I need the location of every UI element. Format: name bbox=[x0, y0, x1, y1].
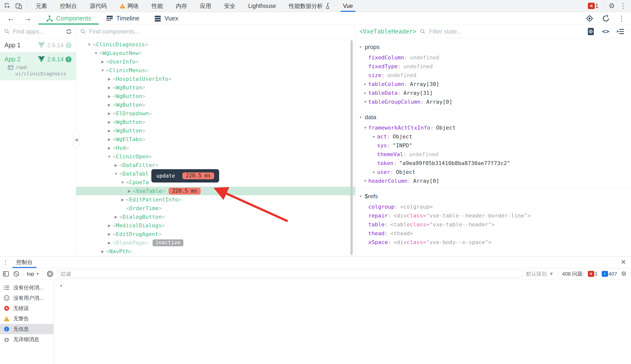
expanded-arrow-icon[interactable]: ▼ bbox=[99, 68, 106, 72]
state-entry-tableGroupColumn[interactable]: ▼tableGroupColumn:Array[0] bbox=[356, 97, 631, 106]
collapsed-arrow-icon[interactable]: ▶ bbox=[106, 128, 113, 133]
tree-row-WgLayoutNew[interactable]: ▼<WgLayoutNew> bbox=[76, 49, 355, 58]
forward-arrow-icon[interactable]: → bbox=[24, 14, 32, 23]
collapsed-arrow-icon[interactable]: ▶ bbox=[362, 91, 368, 95]
devtools-tab-源代码[interactable]: 源代码 bbox=[83, 0, 113, 12]
drawer-kebab-menu-icon[interactable]: ⋮ bbox=[0, 259, 12, 265]
collapsed-arrow-icon[interactable]: ▶ bbox=[106, 240, 113, 245]
state-entry-user[interactable]: ▶user:Object bbox=[356, 168, 631, 176]
collapsed-arrow-icon[interactable]: ▶ bbox=[371, 170, 377, 174]
vue-tab-vuex[interactable]: Vuex bbox=[147, 12, 186, 25]
collapsed-arrow-icon[interactable]: ▶ bbox=[106, 94, 113, 98]
collapsed-arrow-icon[interactable]: ▶ bbox=[113, 215, 119, 219]
tree-row-OrderTime[interactable]: <OrderTime> bbox=[76, 204, 355, 212]
collapsed-arrow-icon[interactable]: ▶ bbox=[106, 146, 113, 150]
kebab-menu-icon[interactable]: ⋮ bbox=[620, 2, 626, 9]
collapsed-arrow-icon[interactable]: ▶ bbox=[113, 163, 119, 168]
back-arrow-icon[interactable]: ← bbox=[7, 14, 15, 23]
tree-row-WgButton[interactable]: ▶<WgButton> bbox=[76, 126, 355, 135]
devtools-tab-控制台[interactable]: 控制台 bbox=[54, 0, 83, 12]
state-entry-tableColumn[interactable]: ▶tableColumn:Array[30] bbox=[356, 80, 631, 88]
devtools-tab-元素[interactable]: 元素 bbox=[29, 0, 54, 12]
state-entry-token[interactable]: token:"a9ea99f05b31410b8ba8730ae77f73c2" bbox=[356, 158, 631, 168]
eye-create-live-expression-icon[interactable] bbox=[46, 270, 54, 278]
tree-row-DialogButton[interactable]: ▶<DialogButton> bbox=[76, 212, 355, 221]
settings-gear-icon[interactable]: ⚙ bbox=[608, 2, 615, 9]
kebab-menu-icon[interactable]: ⋮ bbox=[618, 15, 625, 22]
app-item-2[interactable]: App 22.6.14!/opd- ui/clinicDiagnosis bbox=[0, 52, 76, 80]
expanded-arrow-icon[interactable]: ▼ bbox=[362, 126, 368, 130]
tree-row-ClinicMenus[interactable]: ▼<ClinicMenus> bbox=[76, 66, 355, 74]
refresh-apps-icon[interactable] bbox=[66, 28, 72, 35]
collapsed-arrow-icon[interactable]: ▶ bbox=[119, 198, 126, 202]
collapse-sidebar-handle[interactable]: ◀ bbox=[73, 132, 79, 148]
state-entry-sys[interactable]: sys:"INPD" bbox=[356, 141, 631, 150]
tree-row-DataFilter[interactable]: ▶<DataFilter> bbox=[76, 161, 355, 170]
tree-row-EditPatientInfo[interactable]: ▶<EditPatientInfo> bbox=[76, 195, 355, 204]
console-tab[interactable]: 控制台 bbox=[12, 256, 37, 268]
expanded-arrow-icon[interactable]: ▼ bbox=[93, 51, 99, 55]
section-header-props[interactable]: ▼props bbox=[356, 40, 631, 53]
tree-row-BlankPage[interactable]: ▶<BlankPage>inactive bbox=[76, 238, 355, 247]
app-item-1[interactable]: App 12.6.14! bbox=[0, 38, 76, 52]
collapsed-arrow-icon[interactable]: ▶ bbox=[126, 189, 133, 193]
inspect-dom-icon[interactable] bbox=[587, 28, 594, 36]
error-indicator[interactable]: ✕ 1 bbox=[588, 3, 598, 9]
devtools-tab-Vue[interactable]: Vue bbox=[337, 0, 359, 12]
state-entry-act[interactable]: ▶act:Object bbox=[356, 132, 631, 141]
tree-row-Hvd[interactable]: ▶<Hvd> bbox=[76, 144, 355, 152]
console-settings-gear-icon[interactable]: ⚙ bbox=[621, 271, 626, 277]
collapsed-arrow-icon[interactable]: ▶ bbox=[371, 134, 377, 138]
tree-row-UserInfo[interactable]: ▶<UserInfo> bbox=[76, 58, 355, 66]
expanded-arrow-icon[interactable]: ▼ bbox=[119, 180, 126, 184]
vue-tab-components[interactable]: Components bbox=[39, 12, 99, 25]
collapsed-arrow-icon[interactable]: ▶ bbox=[106, 111, 113, 116]
devtools-tab-应用[interactable]: 应用 bbox=[193, 0, 218, 12]
state-entry-xSpace[interactable]: xSpace:<div class="vxe-body--x-space"> bbox=[356, 238, 631, 246]
section-header-refs[interactable]: ▼$refs bbox=[356, 189, 631, 202]
tree-row-ClinicOpen[interactable]: ▼<ClinicOpen> bbox=[76, 152, 355, 161]
state-entry-repair[interactable]: repair:<div class="vxe-table--header-bor… bbox=[356, 211, 631, 220]
state-entry-thead[interactable]: thead:<thead> bbox=[356, 229, 631, 238]
collapsed-arrow-icon[interactable]: ▶ bbox=[106, 223, 113, 228]
devtools-tab-性能数据分析[interactable]: 性能数据分析 bbox=[282, 0, 337, 12]
expanded-arrow-icon[interactable]: ▼ bbox=[106, 154, 113, 158]
devtools-tab-Lighthouse[interactable]: Lighthouse bbox=[242, 0, 282, 12]
state-entry-frameworkActCtxInfo[interactable]: ▼frameworkActCtxInfo:Object bbox=[356, 123, 631, 132]
tree-row-ElDropdown[interactable]: ▶<ElDropdown> bbox=[76, 109, 355, 118]
context-selector[interactable]: top ▼ bbox=[27, 271, 39, 277]
tree-row-MedicalDialogs[interactable]: ▶<MedicalDialogs> bbox=[76, 221, 355, 230]
tree-row-NavPth[interactable]: ▶<NavPth> bbox=[76, 247, 355, 256]
tree-scrollbar[interactable] bbox=[351, 40, 353, 255]
console-sidebar-item-verbose[interactable]: 无详细消息 bbox=[0, 334, 54, 344]
state-entry-themeVal[interactable]: themeVal:undefined bbox=[356, 150, 631, 158]
collapsed-arrow-icon[interactable]: ▶ bbox=[99, 60, 106, 64]
state-entry-colgroup[interactable]: colgroup:<colgroup> bbox=[356, 202, 631, 211]
tree-row-VxeTable[interactable]: ▶<VxeTable>220.5 ms bbox=[76, 187, 355, 195]
collapsed-arrow-icon[interactable]: ▶ bbox=[362, 82, 368, 86]
device-toolbar-icon[interactable] bbox=[15, 2, 23, 10]
collapsed-arrow-icon[interactable]: ▶ bbox=[106, 120, 113, 124]
refresh-icon[interactable] bbox=[602, 14, 610, 22]
tree-row-WgButton[interactable]: ▶<WgButton> bbox=[76, 83, 355, 92]
collapsed-arrow-icon[interactable]: ▶ bbox=[106, 232, 113, 236]
state-entry-table[interactable]: table:<table class="vxe-table--header"> bbox=[356, 220, 631, 229]
open-in-editor-code-icon[interactable]: <> bbox=[602, 28, 609, 35]
devtools-tab-安全[interactable]: 安全 bbox=[218, 0, 242, 12]
section-header-data[interactable]: ▼data bbox=[356, 110, 631, 123]
state-entry-headerColumn[interactable]: ▼headerColumn:Array[0] bbox=[356, 176, 631, 185]
state-entry-tableData[interactable]: ▶tableData:Array[31] bbox=[356, 88, 631, 97]
collapsed-arrow-icon[interactable]: ▶ bbox=[99, 249, 106, 254]
log-level-selector[interactable]: 默认级别 ▼ bbox=[526, 270, 554, 277]
console-sidebar-item-user[interactable]: 没有用户消... bbox=[0, 293, 54, 303]
state-entry-size[interactable]: size:undefined bbox=[356, 71, 631, 80]
tree-row-WgElTabs[interactable]: ▶<WgElTabs> bbox=[76, 135, 355, 144]
collapsed-arrow-icon[interactable]: ▶ bbox=[106, 86, 113, 90]
scroll-to-component-icon[interactable] bbox=[617, 28, 624, 35]
state-entry-fixedColumn[interactable]: fixedColumn:undefined bbox=[356, 53, 631, 62]
vue-tab-timeline[interactable]: Timeline bbox=[99, 12, 147, 25]
expanded-arrow-icon[interactable]: ▼ bbox=[362, 179, 368, 183]
expanded-arrow-icon[interactable]: ▼ bbox=[362, 100, 368, 104]
close-drawer-icon[interactable]: ✕ bbox=[616, 258, 631, 266]
console-sidebar-item-info[interactable]: 无信息 bbox=[0, 324, 54, 334]
